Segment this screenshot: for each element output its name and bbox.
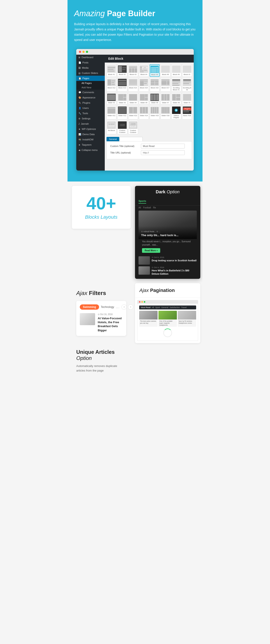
dark-list-item-0: ⊙ Oct 6, 2016 Drug testing scarce in Sco… bbox=[139, 256, 197, 264]
pag-tab-must-read[interactable]: Must Read bbox=[141, 306, 151, 308]
pag-tab-sport[interactable]: Sport bbox=[155, 306, 160, 308]
filter-tab-swimming[interactable]: Swimming bbox=[80, 304, 99, 310]
title-url-input[interactable] bbox=[141, 150, 185, 155]
tab-general[interactable]: General bbox=[106, 137, 119, 141]
sidebar-item-tools[interactable]: 🔧 Tools bbox=[76, 111, 105, 116]
ajax-article-preview: ⊙ Oct 16, 2016 At Value-Focused Hotels, … bbox=[80, 313, 123, 332]
block-preview-slider-2 bbox=[107, 94, 116, 101]
hero-title: Amazing Page Builder bbox=[74, 9, 196, 18]
block-item-15[interactable]: Block #15 bbox=[139, 78, 149, 92]
block-item-13[interactable]: Block #13 bbox=[117, 78, 127, 92]
block-item-scrolling-2[interactable]: Scrolling B #2 bbox=[182, 78, 192, 92]
wp-sidebar: ⊞ Dashboard 📄 Posts 🖼 Media ▤ Custom Sli… bbox=[76, 55, 105, 170]
pagination-header-bar: Must Read All Sport General Satisfaction… bbox=[139, 306, 196, 310]
block-item-slider-6[interactable]: Slider #6 bbox=[150, 92, 160, 104]
block-item-4[interactable]: 50%WIDTH Block #4 bbox=[139, 64, 149, 77]
sidebar-item-demo-data[interactable]: 📊 Demo Data bbox=[76, 132, 105, 137]
dark-article-list: ⊙ Oct 6, 2016 Drug testing scarce in Sco… bbox=[135, 256, 200, 279]
sidebar-item-media[interactable]: 🖼 Media bbox=[76, 65, 105, 70]
block-item-2[interactable]: Block #2 bbox=[117, 64, 127, 77]
block-item-1[interactable]: Block #1 bbox=[106, 64, 116, 77]
pagination-browser-content: Must Read All Sport General Satisfaction… bbox=[137, 304, 198, 341]
sidebar-item-posts[interactable]: 📄 Posts bbox=[76, 60, 105, 65]
block-item-slider-15[interactable]: Slider #15 bbox=[150, 106, 160, 120]
block-item-16[interactable]: Block #16 bbox=[150, 78, 160, 92]
pag-tab-general[interactable]: General bbox=[161, 306, 168, 308]
sidebar-item-pages[interactable]: 📋 Pages bbox=[76, 76, 105, 81]
block-item-news-ticker[interactable]: BREAKING NE News Tick bbox=[182, 106, 192, 120]
block-item-5[interactable]: ✓ Block #5 bbox=[150, 64, 160, 77]
sidebar-item-plugins[interactable]: 🔌 Plugins bbox=[76, 100, 105, 106]
block-item-14[interactable]: Block #14 bbox=[128, 78, 138, 92]
block-item-12[interactable]: Block #12 bbox=[106, 78, 116, 92]
block-item-9[interactable]: Block #9 bbox=[171, 64, 181, 77]
block-item-ad-block[interactable]: AD SPACE 50% WIDTH Dark Ad Block bbox=[106, 120, 116, 134]
sidebar-item-collapse[interactable]: ◀ Collapse menu bbox=[76, 148, 105, 153]
pagination-articles-grid: The best action camera you can buy One o… bbox=[139, 311, 196, 327]
custom-title-input[interactable] bbox=[141, 144, 185, 148]
pag-tab-travel[interactable]: Travel bbox=[181, 306, 187, 308]
filter-tab-technology[interactable]: Technology bbox=[101, 306, 114, 308]
sidebar-item-users[interactable]: 👤 Users bbox=[76, 106, 105, 111]
block-item-slider-4[interactable]: Slider #4 bbox=[128, 92, 138, 104]
middle-section-row1: 40+ Blocks Layouts Dark Option Sports Al… bbox=[68, 182, 202, 279]
sidebar-item-appearance[interactable]: 🎨 Appearance bbox=[76, 95, 105, 100]
custom-title-label: Custom Title (optional) bbox=[110, 145, 141, 148]
filter-tab-re[interactable]: Re bbox=[153, 206, 156, 209]
pag-item-0: The best action camera you can buy bbox=[139, 311, 158, 327]
block-item-slider-7[interactable]: Slider #7 bbox=[160, 92, 170, 104]
settings-icon: ⚙ bbox=[78, 118, 80, 120]
filter-tabs-row: Swimming Technology ... ‹ › bbox=[80, 304, 123, 310]
sidebar-item-comments[interactable]: 💬 Comments bbox=[76, 90, 105, 95]
sidebar-item-settings[interactable]: ⚙ Settings bbox=[76, 116, 105, 121]
block-item-slider-11[interactable]: Slider #11 bbox=[106, 106, 116, 120]
block-item-scrolling-1[interactable]: Scrolling Block #1 bbox=[171, 78, 181, 92]
block-item-8[interactable]: Block #8 bbox=[160, 64, 170, 77]
block-item-slider-13[interactable]: Slider #13 bbox=[128, 106, 138, 120]
pag-tab-all[interactable]: All bbox=[152, 306, 154, 308]
block-item-last[interactable]: Block #1 bbox=[182, 64, 192, 77]
read-more-button[interactable]: Read More » bbox=[142, 248, 160, 253]
block-item-slider-5[interactable]: Slider #5 bbox=[139, 92, 149, 104]
sidebar-item-dashboard[interactable]: ⊞ Dashboard bbox=[76, 55, 105, 60]
block-item-slider-3[interactable]: Slider #3 bbox=[117, 92, 127, 104]
pag-tab-satisfaction[interactable]: Satisfaction bbox=[170, 306, 180, 308]
block-preview-slider-14 bbox=[140, 106, 148, 114]
block-item-17[interactable]: Block #17 bbox=[160, 78, 170, 92]
block-item-slider-16[interactable]: Slider #16 bbox=[160, 106, 170, 120]
block-item-slider-2[interactable]: Slider #2 bbox=[106, 92, 116, 104]
filter-tab-all[interactable]: All bbox=[139, 206, 141, 209]
block-item-slider-14[interactable]: Slider #14 bbox=[139, 106, 149, 120]
block-preview-custom-1: CUSTOM CONTENT bbox=[118, 121, 126, 129]
block-item-slider-8[interactable]: Slider #8 bbox=[171, 92, 181, 104]
dark-list-item-1: ⊙ Oct 4, 2016 Here What's in Battlefield… bbox=[139, 266, 197, 275]
block-item-custom-content-1[interactable]: CUSTOM CONTENT Custom Content bbox=[117, 120, 127, 134]
block-item-videos-playlist[interactable]: Videos Playlist bbox=[171, 106, 181, 120]
sidebar-subitem-all-pages[interactable]: All Pages bbox=[76, 81, 105, 85]
demo-data-icon: 📊 bbox=[78, 133, 81, 136]
filter-tab-football[interactable]: Football bbox=[143, 206, 151, 209]
pagination-dot-green bbox=[144, 301, 145, 303]
block-item-slider-1[interactable]: Slider #1 bbox=[182, 92, 192, 104]
sidebar-subitem-add-new[interactable]: Add New bbox=[76, 85, 105, 90]
block-item-3[interactable]: Block #3 bbox=[128, 64, 138, 77]
collapse-icon: ◀ bbox=[78, 149, 80, 151]
sidebar-item-custom-sliders[interactable]: ▤ Custom Sliders bbox=[76, 70, 105, 76]
sidebar-item-instanow[interactable]: 📸 InstaNOW bbox=[76, 137, 105, 142]
browser-dot-yellow bbox=[82, 51, 85, 53]
block-editor-tabs: General Advanced Settings bbox=[105, 136, 194, 141]
sidebar-item-taqyeem[interactable]: ★ Taqyeem bbox=[76, 142, 105, 148]
unique-articles-section: Unique Articles Option Automatically rem… bbox=[72, 342, 131, 378]
filter-nav-next[interactable]: › bbox=[128, 304, 133, 310]
tab-advanced[interactable]: Advanced Settings bbox=[120, 137, 143, 141]
sports-tab-active[interactable]: Sports bbox=[139, 200, 146, 204]
block-item-custom-content-2[interactable]: CUSTOMCONTENT 50% WIDTH Custom Content bbox=[128, 120, 138, 134]
block-preview-slider-3 bbox=[118, 94, 126, 101]
sidebar-item-jannah[interactable]: J Jannah bbox=[76, 121, 105, 126]
blocks-count-number: 40+ bbox=[76, 194, 126, 212]
sidebar-item-wp-optimize[interactable]: ★ WP-Optimize bbox=[76, 126, 105, 132]
block-preview-custom-2: CUSTOMCONTENT 50% WIDTH bbox=[129, 121, 138, 129]
block-preview-5: ✓ bbox=[151, 66, 159, 73]
block-item-slider-12[interactable]: Slider #12 bbox=[117, 106, 127, 120]
filter-nav-prev[interactable]: ‹ bbox=[121, 304, 127, 310]
